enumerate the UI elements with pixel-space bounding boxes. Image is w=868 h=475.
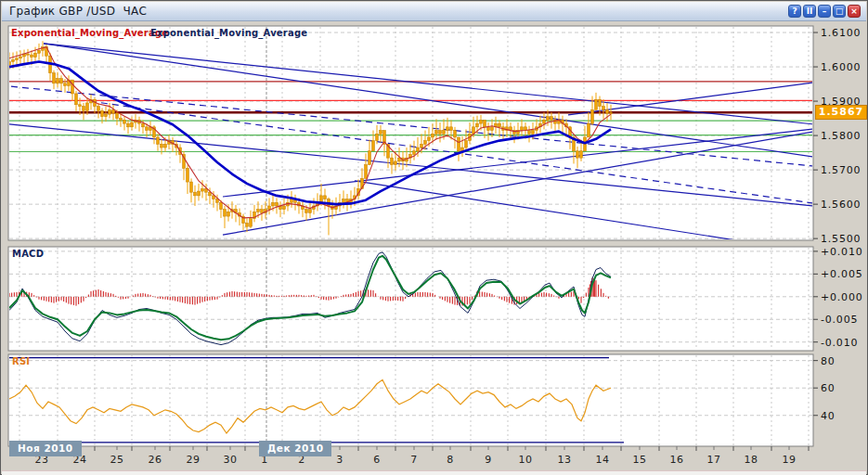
close-button[interactable]: ×: [848, 5, 861, 18]
candle-body: [27, 54, 30, 55]
candle-body: [380, 131, 382, 135]
y-axis-label: 80: [821, 355, 836, 367]
y-axis-label: 40: [821, 410, 836, 422]
candle-body: [86, 103, 89, 111]
window-buttons: ? II – □ ×: [788, 5, 861, 18]
candle-body: [190, 182, 193, 192]
candle-body: [161, 144, 163, 148]
candle-body: [227, 212, 230, 216]
candle-body: [305, 210, 308, 213]
candle-body: [71, 80, 74, 94]
candle-body: [606, 109, 609, 113]
candle-body: [551, 117, 553, 121]
candle-body: [599, 99, 602, 106]
x-axis-day-label: 6: [373, 454, 381, 466]
candle-body: [57, 79, 59, 83]
month-label: Дек 2010: [259, 441, 331, 456]
y-axis-label: +0.010: [821, 246, 863, 258]
candle-body: [487, 127, 490, 131]
candle-body: [60, 79, 63, 83]
candle-body: [413, 151, 416, 155]
candle-body: [123, 120, 126, 123]
x-axis-day-label: 26: [149, 454, 162, 466]
candle-body: [12, 60, 15, 62]
minimize-button[interactable]: –: [818, 5, 831, 18]
y-axis-label: 1.5500: [821, 233, 861, 245]
y-axis-label: 1.5800: [821, 130, 861, 142]
help-button[interactable]: ?: [788, 5, 801, 18]
candle-body: [595, 99, 598, 109]
candle-body: [443, 131, 446, 135]
candle-body: [19, 57, 22, 58]
candle-body: [376, 134, 379, 140]
candle-body: [131, 122, 134, 127]
candle-body: [395, 161, 397, 165]
candle-body: [532, 131, 535, 135]
candle-body: [105, 114, 108, 117]
y-axis-label: -0.005: [821, 314, 858, 326]
candle-body: [220, 202, 223, 209]
candle-body: [34, 53, 37, 57]
chart-canvas[interactable]: 1.61001.60001.59001.58001.57001.56001.55…: [2, 21, 868, 475]
y-axis-label: 1.6100: [821, 27, 861, 39]
candle-body: [109, 109, 111, 114]
candle-body: [428, 137, 431, 141]
candle-body: [458, 137, 460, 151]
candle-body: [146, 127, 149, 131]
window-titlebar[interactable]: График GBP /USD ЧАС ? II – □ ×: [2, 2, 866, 21]
candle-body: [591, 109, 594, 123]
maximize-button[interactable]: □: [833, 5, 846, 18]
candle-body: [521, 127, 524, 131]
ema-indicator-label-1: Exponential_Moving_Average: [11, 28, 168, 38]
x-axis-day-label: 3: [336, 454, 343, 466]
pause-button[interactable]: II: [803, 5, 816, 18]
candle-body: [435, 131, 438, 135]
candle-body: [369, 151, 371, 165]
candle-body: [79, 105, 82, 107]
candle-body: [365, 165, 368, 179]
candle-body: [157, 137, 160, 144]
macd-panel: [8, 247, 813, 351]
candle-body: [543, 120, 546, 123]
candle-body: [484, 120, 486, 126]
candle-body: [424, 141, 427, 145]
candle-body: [16, 58, 19, 60]
x-axis-day-label: 7: [410, 454, 418, 466]
y-axis-label: 1.5600: [821, 199, 861, 211]
candle-body: [480, 120, 483, 123]
x-axis-day-label: 15: [633, 454, 647, 466]
chart-window: График GBP /USD ЧАС ? II – □ × 1.61001.6…: [0, 0, 868, 475]
candle-body: [97, 107, 100, 111]
candle-body: [198, 191, 201, 196]
candle-body: [276, 202, 279, 206]
candle-body: [75, 94, 78, 105]
x-axis-day-label: 10: [519, 454, 533, 466]
candle-body: [439, 131, 442, 135]
candle-body: [64, 83, 67, 86]
rsi-panel-label: RSI: [12, 356, 30, 366]
candle-body: [31, 55, 33, 58]
x-axis-day-label: 18: [745, 454, 758, 466]
candle-body: [465, 141, 468, 148]
candle-body: [291, 199, 293, 203]
candle-body: [421, 144, 423, 148]
candle-body: [112, 109, 115, 113]
candle-body: [309, 210, 312, 213]
candle-body: [116, 113, 119, 119]
candle-body: [324, 196, 327, 199]
month-label: Ноя 2010: [9, 441, 82, 456]
x-axis-day-label: 9: [485, 454, 492, 466]
candle-body: [257, 210, 260, 212]
x-axis-day-label: 8: [447, 454, 454, 466]
y-axis-label: +0.005: [821, 268, 863, 280]
x-axis-day-label: 29: [187, 454, 201, 466]
candle-body: [450, 127, 453, 131]
candle-body: [610, 112, 613, 113]
candle-body: [476, 123, 479, 127]
x-axis-day-label: 13: [558, 454, 572, 466]
x-axis-day-label: 19: [783, 454, 797, 466]
y-axis-label: 1.6000: [821, 61, 861, 73]
candle-body: [491, 127, 494, 131]
candle-body: [580, 151, 583, 158]
candle-body: [283, 206, 286, 210]
